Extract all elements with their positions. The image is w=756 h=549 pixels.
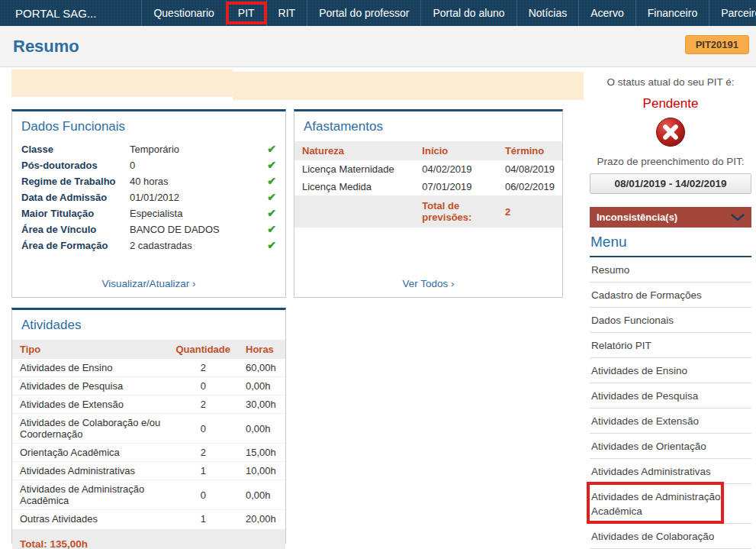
- check-icon: ✔: [267, 237, 276, 253]
- cell-horas: 10,00h: [238, 462, 285, 480]
- cell-quantidade: 2: [168, 444, 238, 462]
- table-row: Data de Admissão 01/01/2012 ✔: [21, 189, 276, 205]
- panel-afastamentos: Afastamentos Natureza Início Término Lic…: [294, 109, 563, 298]
- nav-item-noticias[interactable]: Notícias: [517, 0, 580, 26]
- cell-inicio: 07/01/2019: [414, 178, 497, 195]
- cell-horas: 30,00h: [238, 396, 285, 414]
- field-value: 40 horas: [130, 174, 267, 189]
- deadline-range-button[interactable]: 08/01/2019 - 14/02/2019: [590, 173, 751, 194]
- cell-tipo: Orientação Acadêmica: [12, 444, 168, 462]
- check-icon: ✔: [267, 189, 276, 205]
- check-icon: ✔: [267, 173, 276, 189]
- highlight-box-administracao-academica: [587, 482, 724, 524]
- cell-horas: 15,00h: [238, 444, 285, 462]
- field-label: Regime de Trabalho: [21, 174, 130, 189]
- sidebar-item-cadastro-formacoes[interactable]: Cadastro de Formações: [590, 283, 751, 308]
- cell-termino: 04/08/2019: [497, 160, 562, 178]
- page-header: Resumo PIT20191: [0, 26, 756, 67]
- nav-item-questionario[interactable]: Questionario: [141, 0, 226, 26]
- total-label: Total de previsões:: [414, 195, 497, 228]
- nav-item-parceiro-ead[interactable]: Parceiro EAD: [709, 0, 756, 26]
- total-value: 2: [497, 195, 562, 228]
- field-value: Temporário: [130, 142, 267, 157]
- nav-item-pit[interactable]: PIT: [227, 0, 267, 26]
- panel-title: Afastamentos: [304, 119, 553, 134]
- cell-tipo: Atividades de Colaboração e/ou Coorderna…: [12, 414, 168, 444]
- nav-item-financeiro[interactable]: Financeiro: [636, 0, 709, 26]
- atividades-table: Tipo Quantidade Horas Atividades de Ensi…: [12, 340, 285, 528]
- check-icon: ✔: [267, 157, 276, 173]
- nav-item-portal-aluno[interactable]: Portal do aluno: [421, 0, 516, 26]
- nav-item-acervo[interactable]: Acervo: [579, 0, 636, 26]
- sidebar-item-atividades-pesquisa[interactable]: Atividades de Pesquisa: [590, 383, 751, 409]
- panel-dados-funcionais: Dados Funcionais Classe Temporário ✔ Pós…: [11, 109, 286, 298]
- table-row: Orientação Acadêmica 2 15,00h: [12, 444, 285, 462]
- error-x-icon: [655, 117, 686, 147]
- field-label: Área de Formação: [21, 238, 130, 254]
- field-value: 01/01/2012: [130, 190, 267, 205]
- page-title: Resumo: [13, 37, 79, 57]
- cell-tipo: Atividades de Pesquisa: [12, 377, 168, 396]
- table-row: Atividades de Extensão 2 30,00h: [12, 396, 285, 414]
- ver-todos-link[interactable]: Ver Todos ›: [294, 278, 562, 289]
- sidebar-item-atividades-administrativas[interactable]: Atividades Administrativas: [590, 459, 751, 484]
- cell-quantidade: 1: [168, 462, 238, 480]
- column-header: Início: [414, 141, 497, 160]
- table-row: Classe Temporário ✔: [21, 141, 276, 157]
- nav-item-portal-professor[interactable]: Portal do professor: [307, 0, 421, 26]
- nav-item-rit[interactable]: RIT: [267, 0, 308, 26]
- table-row: Atividades de Pesquisa 0 0,00h: [12, 377, 285, 396]
- sidebar-item-atividades-extensao[interactable]: Atividades de Extensão: [590, 409, 751, 434]
- cell-horas: 60,00h: [238, 359, 285, 377]
- afastamentos-table: Natureza Início Término Licença Maternid…: [294, 141, 562, 228]
- column-header: Quantidade: [168, 340, 238, 359]
- nav-item-pit-label: PIT: [238, 7, 255, 19]
- visualizar-atualizar-link[interactable]: Visualizar/Atualizar ›: [12, 278, 285, 289]
- cell-natureza: Licença Maternidade: [294, 160, 414, 178]
- cell-tipo: Atividades de Administração Acadêmica: [12, 480, 168, 510]
- top-navbar: PORTAL SAG... Questionario PIT RIT Porta…: [0, 0, 756, 26]
- total-line: Total: 135,00h: [20, 534, 278, 549]
- status-label: O status atual do seu PIT é:: [590, 76, 751, 88]
- cell-horas: 0,00h: [238, 377, 285, 396]
- table-row: Área de Formação 2 cadastradas ✔: [21, 237, 276, 254]
- sidebar-item-relatorio-pit[interactable]: Relatório PIT: [590, 333, 751, 358]
- navbar-brand[interactable]: PORTAL SAG...: [0, 0, 111, 26]
- sidebar-item-dados-funcionais[interactable]: Dados Funcionais: [590, 308, 751, 333]
- cell-quantidade: 0: [168, 414, 238, 444]
- table-row: Licença Medida 07/01/2019 06/02/2019: [294, 178, 562, 195]
- column-header: Horas: [238, 340, 285, 359]
- column-header: Término: [497, 141, 562, 160]
- sidebar-item-atividades-colaboracao[interactable]: Atividades de Colaboração: [590, 524, 751, 549]
- table-row: Outras Atividades 1 20,00h: [12, 510, 285, 528]
- table-header-row: Natureza Início Término: [294, 141, 562, 160]
- total-row: Total de previsões: 2: [294, 195, 562, 228]
- cell-tipo: Atividades de Extensão: [12, 396, 168, 414]
- field-value: Especialista: [130, 206, 267, 221]
- cell-inicio: 04/02/2019: [414, 160, 497, 178]
- sidebar-item-atividades-ensino[interactable]: Atividades de Ensino: [590, 358, 751, 383]
- cell-horas: 20,00h: [238, 510, 285, 528]
- table-row: Licença Maternidade 04/02/2019 04/08/201…: [294, 160, 562, 178]
- field-value: 2 cadastradas: [130, 238, 267, 254]
- menu-title: Menu: [590, 228, 751, 257]
- sidebar-item-resumo[interactable]: Resumo: [590, 257, 751, 283]
- inconsistencias-label: Inconsistência(s): [597, 212, 677, 223]
- sidebar: O status atual do seu PIT é: Pendente Pr…: [590, 76, 751, 549]
- field-label: Classe: [21, 142, 130, 157]
- cell-tipo: Atividades Administrativas: [12, 462, 168, 480]
- cell-tipo: Atividades de Ensino: [12, 359, 168, 377]
- table-row: Atividades Administrativas 1 10,00h: [12, 462, 285, 480]
- sidebar-item-atividades-orientacao[interactable]: Atividades de Orientação: [590, 434, 751, 459]
- cell-horas: 0,00h: [238, 480, 285, 510]
- table-header-row: Tipo Quantidade Horas: [12, 340, 285, 359]
- pit-period-badge[interactable]: PIT20191: [685, 35, 749, 54]
- sidebar-item-atividades-administracao-academica[interactable]: Atividades de Administração Acadêmica: [590, 484, 751, 524]
- alert-strip-left: [11, 69, 233, 97]
- table-row: Maior Titulação Especialista ✔: [21, 205, 276, 221]
- field-value: 0: [130, 158, 267, 173]
- inconsistencias-accordion[interactable]: Inconsistência(s): [590, 207, 751, 228]
- pit-portal-page: PORTAL SAG... Questionario PIT RIT Porta…: [0, 0, 756, 549]
- sidebar-menu: Resumo Cadastro de Formações Dados Funci…: [590, 257, 751, 549]
- empty-cell: [294, 195, 414, 228]
